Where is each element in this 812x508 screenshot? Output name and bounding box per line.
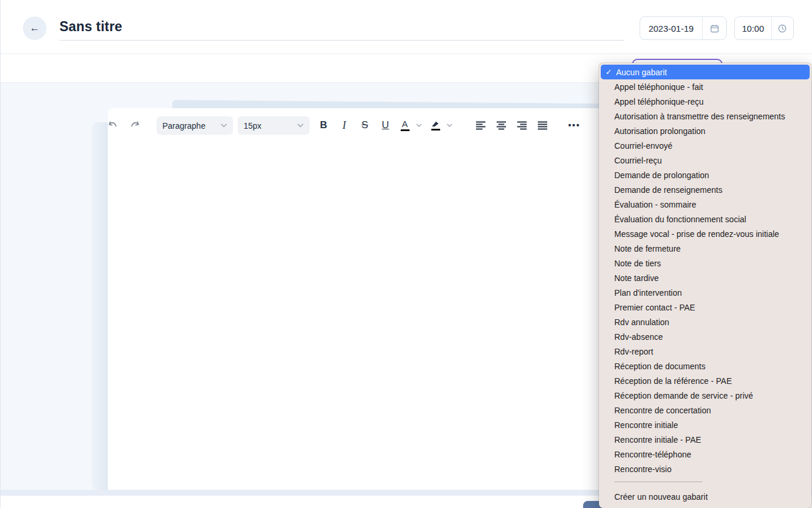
- template-option-label: Appel téléphonique - fait: [614, 82, 703, 92]
- template-dropdown-menu: ✓Aucun gabaritAppel téléphonique - faitA…: [599, 63, 811, 508]
- template-option[interactable]: Premier contact - PAE: [599, 300, 811, 315]
- template-option[interactable]: Évaluation - sommaire: [599, 197, 811, 212]
- template-option[interactable]: Réception de documents: [599, 359, 811, 373]
- template-option[interactable]: Rencontre-téléphone: [599, 447, 811, 462]
- template-option[interactable]: Rencontre initiale: [599, 417, 811, 432]
- template-option[interactable]: ✓Aucun gabarit: [601, 65, 810, 79]
- page-title: Sans titre: [59, 19, 122, 35]
- checkmark-icon: ✓: [605, 68, 616, 76]
- back-arrow-icon: ←: [30, 22, 40, 34]
- template-option[interactable]: Autorisation à transmettre des renseigne…: [599, 109, 811, 123]
- highlight-color-bar: [431, 129, 440, 131]
- chevron-down-icon: [447, 123, 452, 127]
- template-option-label: Réception de la référence - PAE: [614, 376, 732, 386]
- undo-icon: [107, 121, 118, 130]
- template-option[interactable]: Appel téléphonique-reçu: [599, 94, 811, 109]
- text-color-label: A: [402, 119, 408, 128]
- underline-button[interactable]: U: [377, 116, 394, 135]
- redo-button[interactable]: [125, 116, 144, 135]
- align-left-button[interactable]: [472, 116, 489, 135]
- template-option-label: Appel téléphonique-reçu: [614, 97, 704, 106]
- template-option[interactable]: Courriel-envoyé: [599, 138, 811, 153]
- time-value[interactable]: 10:00: [735, 17, 771, 39]
- highlight-color-chevron[interactable]: [444, 116, 455, 135]
- template-option-label: Note de tiers: [614, 259, 661, 268]
- template-option-label: Aucun gabarit: [616, 68, 667, 77]
- align-center-button[interactable]: [493, 116, 510, 135]
- template-option-label: Rencontre de concertation: [614, 406, 711, 415]
- template-option-label: Courriel-envoyé: [614, 141, 673, 151]
- template-option-label: Autorisation prolongation: [614, 126, 705, 136]
- strikethrough-button[interactable]: S: [356, 116, 374, 135]
- title-underline: [59, 40, 624, 41]
- template-option[interactable]: Réception de la référence - PAE: [599, 373, 811, 388]
- chevron-down-icon: [221, 123, 227, 128]
- align-center-icon: [497, 121, 507, 130]
- template-option[interactable]: Réception demande de service - privé: [599, 388, 811, 403]
- align-justify-icon: [538, 121, 548, 130]
- template-option[interactable]: Rencontre-visio: [599, 462, 811, 476]
- font-size-select[interactable]: 15px: [238, 116, 310, 135]
- align-right-button[interactable]: [514, 116, 530, 135]
- date-field[interactable]: 2023-01-19: [640, 16, 727, 40]
- italic-button[interactable]: I: [335, 116, 353, 135]
- template-option-label: Note de fermeture: [614, 244, 681, 253]
- template-option-label: Message vocal - prise de rendez-vous ini…: [614, 229, 779, 239]
- template-option-label: Autorisation à transmettre des renseigne…: [614, 112, 785, 121]
- template-option-label: Rencontre-visio: [614, 464, 671, 474]
- date-value[interactable]: 2023-01-19: [640, 17, 702, 39]
- template-option-label: Courriel-reçu: [614, 156, 662, 165]
- template-option[interactable]: Message vocal - prise de rendez-vous ini…: [599, 226, 811, 241]
- clock-icon[interactable]: [771, 17, 793, 39]
- template-option-label: Réception de documents: [614, 362, 705, 371]
- more-options-button[interactable]: •••: [564, 116, 584, 135]
- template-option[interactable]: Rdv-absence: [599, 329, 811, 344]
- create-template-option[interactable]: Créer un nouveau gabarit: [599, 489, 811, 504]
- template-option[interactable]: Plan d'intervention: [599, 285, 811, 300]
- text-color-button[interactable]: A: [397, 116, 412, 135]
- template-option[interactable]: Demande de renseignements: [599, 182, 811, 197]
- back-button[interactable]: ←: [23, 16, 46, 40]
- template-option[interactable]: Rencontre de concertation: [599, 403, 811, 417]
- text-color-chevron[interactable]: [414, 116, 424, 135]
- highlighter-icon: [431, 121, 440, 128]
- paragraph-style-label: Paragraphe: [162, 121, 205, 131]
- calendar-icon[interactable]: [703, 17, 726, 39]
- template-option[interactable]: Rdv-report: [599, 344, 811, 359]
- template-option[interactable]: Note de fermeture: [599, 241, 811, 256]
- template-option-list: ✓Aucun gabaritAppel téléphonique - faitA…: [599, 65, 811, 476]
- menu-divider: [614, 482, 703, 482]
- template-option-label: Premier contact - PAE: [614, 303, 695, 312]
- paragraph-style-select[interactable]: Paragraphe: [157, 116, 233, 135]
- template-option-label: Rdv annulation: [614, 317, 669, 327]
- template-option[interactable]: Demande de prolongation: [599, 168, 811, 182]
- template-option-label: Réception demande de service - privé: [614, 391, 753, 400]
- template-option[interactable]: Note de tiers: [599, 256, 811, 270]
- template-option[interactable]: Évaluation du fonctionnement social: [599, 212, 811, 226]
- bold-button[interactable]: B: [315, 116, 332, 135]
- create-template-label: Créer un nouveau gabarit: [614, 492, 708, 502]
- highlight-color-button[interactable]: [428, 116, 443, 135]
- template-option-label: Plan d'intervention: [614, 288, 682, 298]
- template-option-label: Demande de prolongation: [614, 171, 709, 180]
- template-option[interactable]: Appel téléphonique - fait: [599, 79, 811, 94]
- template-option[interactable]: Rencontre initiale - PAE: [599, 432, 811, 447]
- align-justify-button[interactable]: [534, 116, 551, 135]
- template-option[interactable]: Note tardive: [599, 270, 811, 285]
- template-option-label: Rencontre initiale - PAE: [614, 435, 701, 444]
- template-option-label: Demande de renseignements: [614, 185, 723, 195]
- template-option[interactable]: Autorisation prolongation: [599, 123, 811, 138]
- align-right-icon: [517, 121, 527, 130]
- header: ← Sans titre 2023-01-19 10:00: [1, 0, 812, 54]
- font-size-label: 15px: [244, 121, 261, 131]
- template-option-label: Rdv-report: [614, 347, 653, 356]
- redo-icon: [129, 121, 141, 130]
- chevron-down-icon: [297, 123, 304, 128]
- undo-button[interactable]: [103, 116, 122, 135]
- template-option-label: Rencontre-téléphone: [614, 450, 691, 459]
- template-option-label: Évaluation du fonctionnement social: [614, 215, 746, 224]
- template-option[interactable]: Rdv annulation: [599, 315, 811, 329]
- template-option[interactable]: Courriel-reçu: [599, 153, 811, 168]
- time-field[interactable]: 10:00: [734, 16, 794, 40]
- template-option-label: Évaluation - sommaire: [614, 200, 696, 209]
